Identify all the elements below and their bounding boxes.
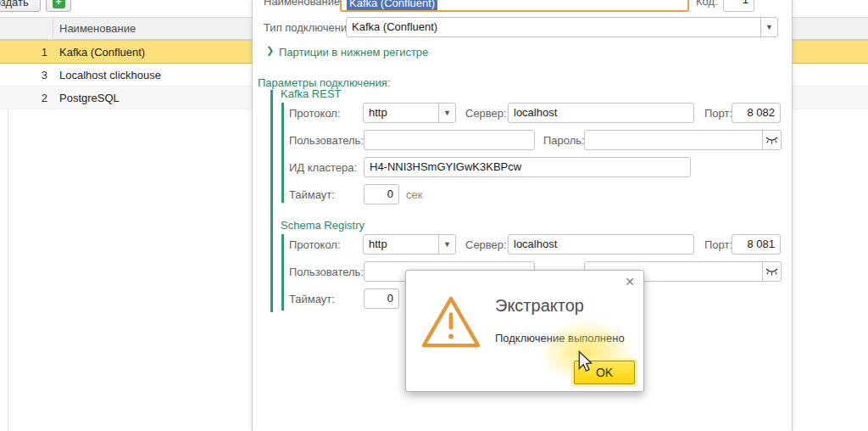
name-field-label: Наименование: [264, 0, 343, 8]
code-input[interactable]: 1 [723, 0, 754, 12]
chevron-right-icon: ❯ [266, 45, 274, 56]
close-icon[interactable]: ✕ [625, 275, 635, 288]
group-indent-bar [281, 234, 284, 311]
group-indent-bar [270, 90, 273, 312]
create-button[interactable]: Создать [0, 0, 41, 12]
server-label: Сервер: [465, 107, 507, 120]
server-label: Сервер: [465, 238, 507, 251]
extractor-message-dialog: ✕ Экстрактор Подключение выполнено OK [405, 270, 644, 392]
kafka-protocol-value: http [369, 106, 387, 119]
schema-port-input[interactable]: 8 081 [732, 234, 781, 255]
type-combo-value: Kafka (Confluent) [352, 20, 437, 33]
port-label: Порт: [704, 107, 732, 120]
row-name: PostgreSQL [59, 92, 120, 104]
create-button-label: Создать [0, 0, 29, 8]
row-name: Localhost clickhouse [59, 69, 161, 81]
name-input[interactable]: Kafka (Confluent) [340, 0, 689, 12]
kafka-password-input[interactable] [584, 130, 782, 150]
schema-server-input[interactable]: localhost [508, 234, 694, 255]
schema-protocol-combo[interactable]: http ▼ [363, 234, 456, 255]
row-name: Kafka (Confluent) [59, 46, 145, 59]
warning-icon [420, 294, 482, 353]
timeout-label: Таймаут: [289, 293, 335, 305]
name-input-selected-text: Kafka (Confluent) [347, 0, 437, 10]
kafka-server-input[interactable]: localhost [508, 103, 694, 123]
kafka-port-input[interactable]: 8 082 [732, 103, 781, 123]
kafka-protocol-combo[interactable]: http ▼ [363, 103, 456, 123]
schema-registry-group-title: Schema Registry [281, 219, 364, 232]
protocol-label: Протокол: [289, 107, 341, 120]
copy-button[interactable]: + [46, 0, 71, 12]
dialog-title: Экстрактор [495, 296, 584, 316]
kafka-rest-group-title: Kafka REST [281, 87, 342, 100]
type-field-label: Тип подключения: [264, 21, 356, 34]
kafka-user-input[interactable] [364, 130, 535, 150]
partitions-link[interactable]: Партиции в нижнем регистре [279, 46, 428, 59]
port-label: Порт: [704, 238, 732, 251]
timeout-unit-label: сек [406, 188, 422, 201]
protocol-label: Протокол: [289, 238, 341, 251]
timeout-label: Таймаут: [289, 188, 335, 201]
dropdown-arrow-icon[interactable]: ▼ [438, 104, 455, 122]
type-combo[interactable]: Kafka (Confluent) ▼ [346, 17, 778, 37]
name-column-header: Наименование [59, 22, 136, 35]
eye-closed-icon[interactable] [762, 262, 781, 281]
row-number: 2 [12, 92, 47, 104]
dialog-message: Подключение выполнено [495, 332, 625, 344]
cluster-id-label: ИД кластера: [289, 161, 357, 174]
password-label: Пароль: [543, 134, 585, 147]
schema-protocol-value: http [369, 238, 387, 250]
green-plus-icon: + [53, 0, 65, 8]
group-indent-bar [281, 103, 284, 203]
ok-button-label: OK [596, 366, 613, 379]
schema-timeout-input[interactable]: 0 [364, 288, 399, 309]
dropdown-arrow-icon[interactable]: ▼ [438, 235, 455, 254]
eye-closed-icon[interactable] [762, 131, 781, 149]
code-field-label: Код: [696, 0, 718, 8]
cluster-id-input[interactable]: H4-NNI3HSmGYIGwK3KBPcw [364, 157, 691, 177]
mouse-cursor-icon [577, 350, 593, 376]
user-label: Пользователь: [289, 134, 364, 147]
kafka-timeout-input[interactable]: 0 [364, 184, 399, 204]
dropdown-arrow-icon[interactable]: ▼ [760, 18, 777, 36]
row-number: 3 [12, 69, 47, 81]
row-number: 1 [12, 46, 47, 59]
user-label: Пользователь: [289, 266, 364, 278]
